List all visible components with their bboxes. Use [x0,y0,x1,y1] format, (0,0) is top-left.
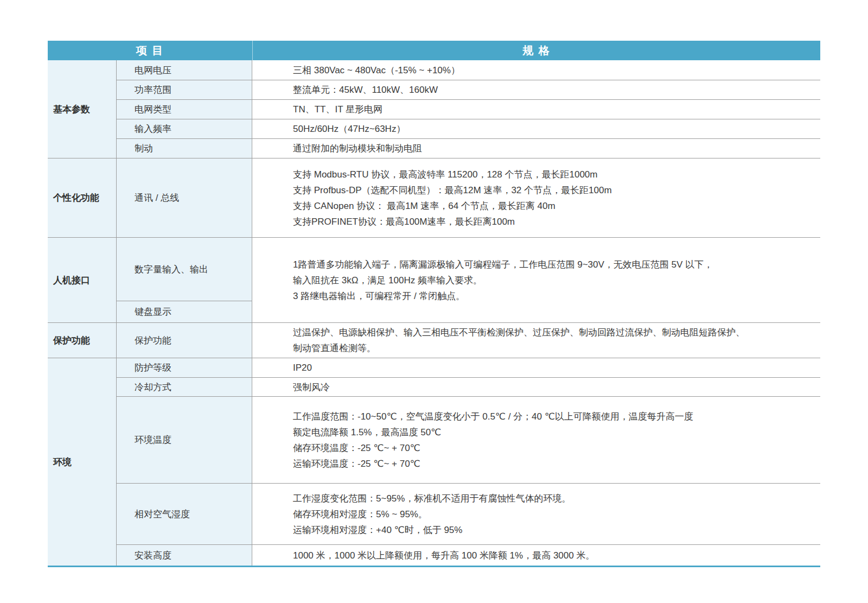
group-rows: 保护功能 过温保护、电源缺相保护、输入三相电压不平衡检测保护、过压保护、制动回路… [117,323,820,358]
group-environment: 环境 防护等级 IP20 冷却方式 强制风冷 环境温度 工作温度范围：-10~5… [48,358,820,566]
item-cell: 通讯 / 总线 [117,158,252,237]
item-cell: 环境温度 [117,397,252,483]
spec-line: IP20 [293,360,809,376]
group-rows: 数字量输入、输出 键盘显示 1路普通多功能输入端子，隔离漏源极输入可编程端子，工… [117,238,820,322]
spec-cell: 支持 Modbus-RTU 协议，最高波特率 115200，128 个节点，最长… [252,158,820,237]
spec-line: 支持 CANopen 协议： 最高1M 速率，64 个节点，最长距离 40m [293,198,809,214]
table-header-row: 项 目 规 格 [48,41,820,60]
spec-line: 1路普通多功能输入端子，隔离漏源极输入可编程端子，工作电压范围 9~30V，无效… [293,257,809,272]
spec-cell: TN、TT、IT 星形电网 [252,100,820,119]
item-cell: 功率范围 [117,80,252,99]
spec-line: 运输环境相对湿度：+40 ℃时，低于 95% [293,522,809,538]
spec-cell: IP20 [252,358,820,377]
group-basic-params: 基本参数 电网电压 三相 380Vac ~ 480Vac（-15% ~ +10%… [48,60,820,158]
product-spec-table: 项 目 规 格 基本参数 电网电压 三相 380Vac ~ 480Vac（-15… [48,41,820,567]
group-hmi: 人机接口 数字量输入、输出 键盘显示 1路普通多功能输入端子，隔离漏源极输入可编… [48,237,820,322]
item-cell: 安装高度 [117,545,252,566]
table-row: 防护等级 IP20 [117,358,820,377]
spec-line: 工作湿度变化范围：5~95%，标准机不适用于有腐蚀性气体的环境。 [293,491,809,506]
header-item-cell: 项 目 [48,41,252,60]
header-spec-cell: 规 格 [252,41,820,60]
table-row: 相对空气湿度 工作湿度变化范围：5~95%，标准机不适用于有腐蚀性气体的环境。 … [117,483,820,544]
table-row: 电网电压 三相 380Vac ~ 480Vac（-15% ~ +10%） [117,60,820,80]
item-cell: 电网电压 [117,60,252,80]
spec-line: 整流单元：45kW、110kW、160kW [293,82,809,98]
item-cell: 相对空气湿度 [117,484,252,544]
spec-cell: 三相 380Vac ~ 480Vac（-15% ~ +10%） [252,60,820,80]
spec-line: 输入阻抗在 3kΩ，满足 100Hz 频率输入要求。 [293,272,809,288]
group-custom-functions: 个性化功能 通讯 / 总线 支持 Modbus-RTU 协议，最高波特率 115… [48,158,820,237]
group-label: 环境 [48,358,117,566]
item-cell: 电网类型 [117,100,252,119]
spec-line: 通过附加的制动模块和制动电阻 [293,141,809,156]
spec-cell: 强制风冷 [252,378,820,396]
item-cell: 键盘显示 [117,301,252,322]
table-row: 环境温度 工作温度范围：-10~50℃，空气温度变化小于 0.5℃ / 分；40… [117,396,820,483]
item-cell: 防护等级 [117,358,252,377]
spec-cell: 1路普通多功能输入端子，隔离漏源极输入可编程端子，工作电压范围 9~30V，无效… [252,238,820,322]
spec-cell: 工作温度范围：-10~50℃，空气温度变化小于 0.5℃ / 分；40 ℃以上可… [252,397,820,483]
spec-line: 三相 380Vac ~ 480Vac（-15% ~ +10%） [293,62,809,78]
spec-line: 50Hz/60Hz（47Hz~63Hz） [293,121,809,137]
spec-line: 工作温度范围：-10~50℃，空气温度变化小于 0.5℃ / 分；40 ℃以上可… [293,409,809,424]
group-label: 保护功能 [48,323,117,358]
group-protection: 保护功能 保护功能 过温保护、电源缺相保护、输入三相电压不平衡检测保护、过压保护… [48,322,820,358]
spec-line: 强制风冷 [293,379,809,395]
group-label: 人机接口 [48,238,117,322]
spec-line: 制动管直通检测等。 [293,340,809,356]
spec-line: 支持 Profbus-DP（选配不同机型）：最高12M 速率，32 个节点，最长… [293,182,809,198]
spec-cell: 通过附加的制动模块和制动电阻 [252,139,820,158]
group-rows: 通讯 / 总线 支持 Modbus-RTU 协议，最高波特率 115200，12… [117,158,820,237]
spec-line: 储存环境相对湿度：5% ~ 95%。 [293,506,809,522]
item-cell: 制动 [117,139,252,158]
group-label: 基本参数 [48,60,117,158]
table-row: 输入频率 50Hz/60Hz（47Hz~63Hz） [117,119,820,138]
item-cell: 输入频率 [117,119,252,138]
spec-line: 储存环境温度：-25 ℃~ + 70℃ [293,440,809,456]
spec-cell: 50Hz/60Hz（47Hz~63Hz） [252,119,820,138]
group-label: 个性化功能 [48,158,117,237]
table-row: 电网类型 TN、TT、IT 星形电网 [117,99,820,119]
spec-cell: 工作湿度变化范围：5~95%，标准机不适用于有腐蚀性气体的环境。 储存环境相对湿… [252,484,820,544]
spec-line: 支持 Modbus-RTU 协议，最高波特率 115200，128 个节点，最长… [293,167,809,182]
spec-line: 额定电流降额 1.5%，最高温度 50℃ [293,424,809,440]
spec-cell: 整流单元：45kW、110kW、160kW [252,80,820,99]
table-row: 冷却方式 强制风冷 [117,377,820,396]
spec-line: TN、TT、IT 星形电网 [293,101,809,117]
table-row: 数字量输入、输出 键盘显示 1路普通多功能输入端子，隔离漏源极输入可编程端子，工… [117,238,820,322]
spec-line: 支持PROFINET协议：最高100M速率，最长距离100m [293,214,809,230]
table-row: 制动 通过附加的制动模块和制动电阻 [117,138,820,158]
item-cell: 冷却方式 [117,378,252,396]
spec-cell: 1000 米，1000 米以上降额使用，每升高 100 米降额 1%，最高 30… [252,545,820,566]
group-rows: 电网电压 三相 380Vac ~ 480Vac（-15% ~ +10%） 功率范… [117,60,820,158]
table-row: 功率范围 整流单元：45kW、110kW、160kW [117,80,820,99]
table-row: 保护功能 过温保护、电源缺相保护、输入三相电压不平衡检测保护、过压保护、制动回路… [117,323,820,358]
spec-line: 过温保护、电源缺相保护、输入三相电压不平衡检测保护、过压保护、制动回路过流保护、… [293,325,809,340]
item-cell: 数字量输入、输出 [117,238,252,301]
table-row: 通讯 / 总线 支持 Modbus-RTU 协议，最高波特率 115200，12… [117,158,820,237]
spec-line: 3 路继电器输出，可编程常开 / 常闭触点。 [293,288,809,304]
table-row: 安装高度 1000 米，1000 米以上降额使用，每升高 100 米降额 1%，… [117,544,820,566]
item-stack: 数字量输入、输出 键盘显示 [117,238,252,322]
group-rows: 防护等级 IP20 冷却方式 强制风冷 环境温度 工作温度范围：-10~50℃，… [117,358,820,566]
item-cell: 保护功能 [117,323,252,358]
spec-cell: 过温保护、电源缺相保护、输入三相电压不平衡检测保护、过压保护、制动回路过流保护、… [252,323,820,358]
spec-line: 运输环境温度：-25 ℃~ + 70℃ [293,456,809,472]
spec-line: 1000 米，1000 米以上降额使用，每升高 100 米降额 1%，最高 30… [293,548,809,563]
